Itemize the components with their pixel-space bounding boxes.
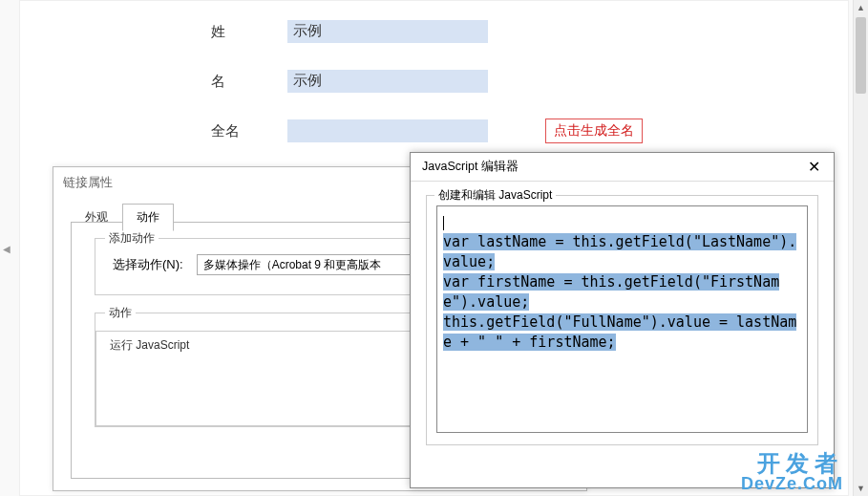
generate-full-name-button[interactable]: 点击生成全名 <box>545 119 643 143</box>
watermark: 开发者 DevZe.CoM <box>741 452 843 492</box>
field-first-name[interactable]: 示例 <box>287 70 488 93</box>
scroll-down-icon[interactable]: ▼ <box>854 481 868 496</box>
scroll-up-icon[interactable]: ▲ <box>854 0 868 15</box>
select-action-label: 选择动作(N): <box>113 256 183 273</box>
label-first-name: 名 <box>211 73 287 91</box>
action-legend: 动作 <box>105 305 136 321</box>
watermark-line2: DevZe.CoM <box>741 475 843 492</box>
javascript-editor-dialog: JavaScript 编辑器 ✕ 创建和编辑 JavaScript var la… <box>410 152 835 488</box>
close-icon[interactable]: ✕ <box>802 158 826 176</box>
js-editor-title: JavaScript 编辑器 <box>422 159 519 175</box>
row-full-name: 全名 <box>211 119 488 142</box>
scroll-thumb[interactable] <box>856 17 866 94</box>
js-editor-fieldset: 创建和编辑 JavaScript var lastName = this.get… <box>426 195 818 445</box>
add-action-legend: 添加动作 <box>105 230 159 247</box>
field-full-name[interactable] <box>287 119 488 142</box>
js-editor-legend: 创建和编辑 JavaScript <box>434 187 556 204</box>
js-code-textarea[interactable]: var lastName = this.getField("LastName")… <box>436 205 808 433</box>
field-last-name[interactable]: 示例 <box>287 20 488 43</box>
watermark-line1: 开发者 <box>741 452 843 475</box>
label-last-name: 姓 <box>211 23 287 41</box>
vertical-scrollbar[interactable]: ▲ ▼ <box>853 0 868 496</box>
prev-page-caret[interactable]: ◀ <box>3 244 11 254</box>
row-last-name: 姓 示例 <box>211 20 488 43</box>
js-editor-titlebar[interactable]: JavaScript 编辑器 ✕ <box>411 153 834 182</box>
js-code-selection: var lastName = this.getField("LastName")… <box>443 233 796 351</box>
label-full-name: 全名 <box>211 122 287 140</box>
tab-actions[interactable]: 动作 <box>122 204 174 231</box>
row-first-name: 名 示例 <box>211 70 488 93</box>
